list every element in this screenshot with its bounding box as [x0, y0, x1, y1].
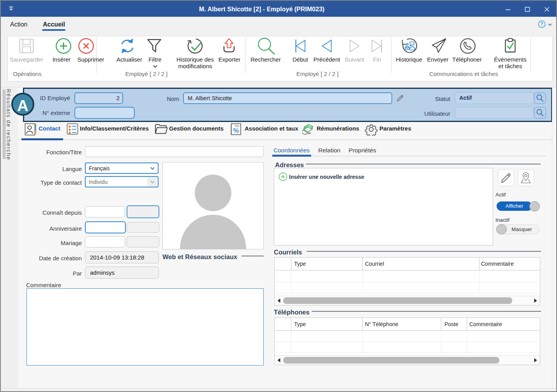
svg-text:%: %	[233, 127, 239, 134]
svg-text:?: ?	[540, 21, 543, 27]
